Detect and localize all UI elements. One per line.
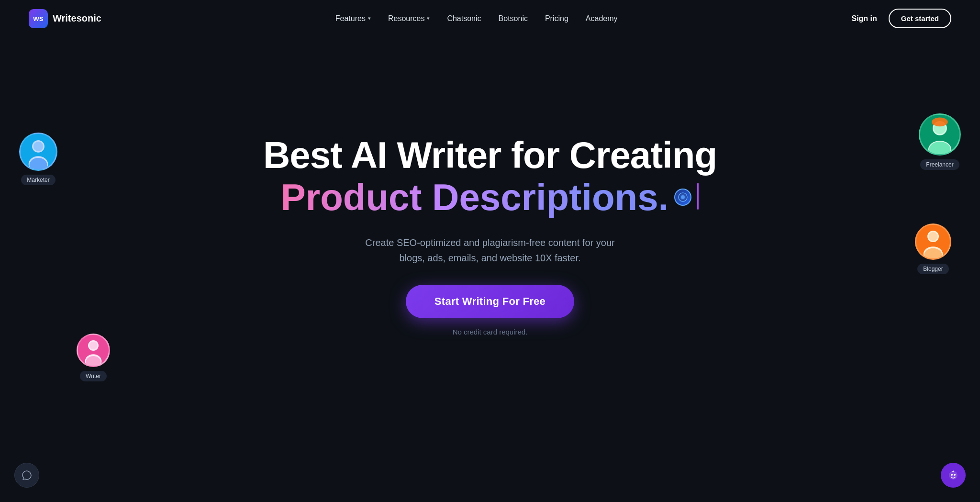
navbar: ws Writesonic Features ▾ Resources ▾ Cha… (0, 0, 980, 37)
marketer-label: Marketer (21, 175, 55, 185)
bot-icon (947, 469, 959, 481)
no-credit-text: No credit card required. (453, 328, 528, 336)
get-started-button[interactable]: Get started (889, 9, 951, 28)
hero-section: Marketer Writer (0, 37, 980, 444)
avatar-blogger: Blogger (915, 223, 951, 274)
nav-item-chatsonic[interactable]: Chatsonic (447, 14, 481, 23)
freelancer-avatar-image (919, 113, 961, 156)
avatar-writer: Writer (77, 334, 110, 381)
sign-in-link[interactable]: Sign in (851, 14, 877, 23)
writer-avatar-image (77, 334, 110, 367)
avatar-marketer: Marketer (19, 133, 57, 185)
logo-icon: ws (29, 9, 48, 28)
nav-item-resources[interactable]: Resources ▾ (388, 14, 430, 23)
text-cursor-icon (697, 183, 699, 212)
svg-rect-23 (697, 183, 699, 210)
hero-description: Create SEO-optimized and plagiarism-free… (356, 235, 624, 266)
svg-point-25 (951, 474, 953, 476)
cta-button[interactable]: Start Writing For Free (406, 285, 574, 318)
writer-label: Writer (80, 371, 107, 381)
chevron-down-icon: ▾ (427, 15, 430, 22)
hero-subtitle-row: Product Descriptions. (281, 176, 699, 219)
svg-point-19 (929, 232, 937, 241)
logo[interactable]: ws Writesonic (29, 9, 101, 28)
svg-point-14 (932, 118, 948, 127)
blogger-avatar-image (915, 223, 951, 260)
chat-button[interactable] (14, 463, 39, 488)
blogger-label: Blogger (917, 264, 948, 274)
hero-title-line1: Best AI Writer for Creating (263, 135, 717, 176)
svg-point-8 (89, 342, 97, 349)
nav-item-features[interactable]: Features ▾ (335, 14, 371, 23)
nav-item-pricing[interactable]: Pricing (545, 14, 568, 23)
svg-point-26 (954, 474, 956, 476)
svg-point-3 (33, 142, 43, 151)
nav-item-botsonic[interactable]: Botsonic (499, 14, 528, 23)
svg-point-22 (681, 195, 685, 199)
freelancer-label: Freelancer (920, 159, 959, 170)
chevron-down-icon: ▾ (368, 15, 371, 22)
chatsonic-icon (674, 189, 691, 206)
hero-title-line2: Product Descriptions. (281, 176, 668, 219)
nav-item-academy[interactable]: Academy (586, 14, 618, 23)
brand-name: Writesonic (53, 13, 101, 24)
nav-links: Features ▾ Resources ▾ Chatsonic Botsoni… (335, 14, 618, 23)
nav-actions: Sign in Get started (851, 9, 951, 28)
bot-button[interactable] (941, 463, 966, 488)
marketer-avatar-image (19, 133, 57, 171)
avatar-freelancer: Freelancer (919, 113, 961, 170)
chat-icon (22, 470, 32, 480)
